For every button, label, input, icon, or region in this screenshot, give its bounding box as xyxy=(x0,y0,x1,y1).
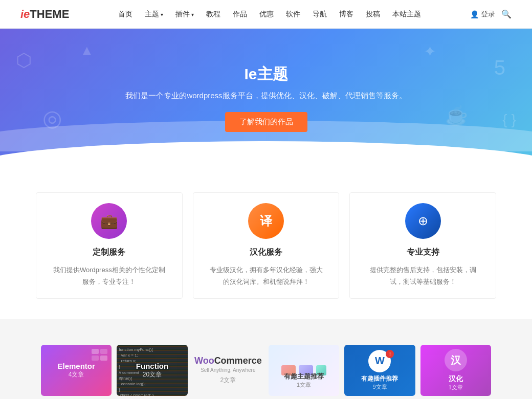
hh-count: 1文章 xyxy=(449,384,463,391)
category-card-yqcj[interactable]: W ! 有趣插件推荐 9文章 xyxy=(344,345,415,396)
hh-char: 汉 xyxy=(451,353,461,367)
nav-discount[interactable]: 优惠 xyxy=(259,10,274,19)
feature-title-translation: 汉化服务 xyxy=(250,247,282,258)
elementor-count: 4文章 xyxy=(69,370,84,379)
deco-php-icon: { } xyxy=(502,112,516,128)
category-card-function[interactable]: function myFunc(){ var x = 1; return x; … xyxy=(117,345,187,396)
yqzt-label: 有趣主题推荐 xyxy=(269,372,339,381)
translate-icon: 译 xyxy=(260,213,272,229)
category-section-wrapper: Elementor 4文章 function myFunc(){ var x =… xyxy=(0,335,532,399)
login-button[interactable]: 👤 登录 xyxy=(470,10,495,19)
yqcj-label: 有趣插件推荐 xyxy=(344,374,415,383)
elementor-label: Elementor xyxy=(57,362,95,370)
spacer xyxy=(0,319,532,335)
deco-triangle-icon: ▲ xyxy=(80,42,94,59)
nav-home[interactable]: 首页 xyxy=(118,10,132,19)
yqcj-count: 9文章 xyxy=(344,383,415,391)
function-label: Function xyxy=(136,362,168,370)
deco-joomla-icon: ✦ xyxy=(424,42,436,60)
hero-cta-button[interactable]: 了解我们的作品 xyxy=(225,112,307,132)
feature-desc-support: 提供完整的售后支持，包括安装，调试，测试等基础服务！ xyxy=(365,264,480,288)
main-nav: 首页 主题 插件 教程 作品 优惠 软件 导航 博客 投稿 本站主题 xyxy=(118,10,421,19)
function-count: 20文章 xyxy=(143,370,162,379)
login-label: 登录 xyxy=(481,10,495,19)
feature-card-translation: 译 汉化服务 专业级汉化，拥有多年汉化经验，强大的汉化词库。和机翻说拜拜！ xyxy=(193,192,340,299)
header-actions: 👤 登录 🔍 xyxy=(470,9,512,19)
category-card-elementor[interactable]: Elementor 4文章 xyxy=(41,345,112,396)
nav-theme[interactable]: 主题 xyxy=(145,10,163,19)
hero-title: Ie主题 xyxy=(244,64,287,85)
category-card-woo[interactable]: WooCommerce Sell Anything, Anywhere 2文章 xyxy=(193,345,263,396)
feature-title-custom: 定制服务 xyxy=(93,247,125,258)
logo-theme: THEME xyxy=(30,8,69,20)
woo-logo: WooCommerce xyxy=(194,356,262,366)
hh-label: 汉化 xyxy=(449,374,463,384)
woo-sub: Sell Anything, Anywhere xyxy=(194,367,262,373)
nav-this-theme[interactable]: 本站主题 xyxy=(392,10,421,19)
feature-title-support: 专业支持 xyxy=(407,247,439,258)
category-section: Elementor 4文章 function myFunc(){ var x =… xyxy=(20,345,512,399)
feature-card-custom: 💼 定制服务 我们提供Wordpress相关的个性化定制服务，专业专注！ xyxy=(36,192,183,299)
feature-desc-translation: 专业级汉化，拥有多年汉化经验，强大的汉化词库。和机翻说拜拜！ xyxy=(209,264,324,288)
support-service-icon: ⊕ xyxy=(405,203,441,239)
category-card-yqzt[interactable]: 有趣主题推荐 1文章 xyxy=(269,345,339,396)
nav-plugin[interactable]: 插件 xyxy=(175,10,194,19)
nav-tutorial[interactable]: 教程 xyxy=(206,10,220,19)
woo-count: 2文章 xyxy=(194,376,262,385)
search-icon[interactable]: 🔍 xyxy=(501,9,512,19)
translation-service-icon: 译 xyxy=(248,203,284,239)
nav-blog[interactable]: 博客 xyxy=(339,10,353,19)
hero-banner: ⬡ ▲ ◎ 5 ✦ ☕ { } Ie主题 我们是一个专业的wordpress服务… xyxy=(0,29,532,167)
deco-java-icon: ☕ xyxy=(445,105,468,126)
deco-5-icon: 5 xyxy=(494,56,505,79)
hero-subtitle: 我们是一个专业的wordpress服务平台，提供优化、汉化、破解、代理销售等服务… xyxy=(125,91,406,101)
feature-card-support: ⊕ 专业支持 提供完整的售后支持，包括安装，调试，测试等基础服务！ xyxy=(349,192,496,299)
custom-service-icon: 💼 xyxy=(91,203,127,239)
nav-submit[interactable]: 投稿 xyxy=(366,10,380,19)
yqzt-count: 1文章 xyxy=(269,381,339,389)
deco-wp-icon: ⬡ xyxy=(16,50,32,71)
features-section: 💼 定制服务 我们提供Wordpress相关的个性化定制服务，专业专注！ 译 汉… xyxy=(0,167,532,319)
support-icon: ⊕ xyxy=(418,214,428,228)
user-icon: 👤 xyxy=(470,10,479,18)
nav-nav[interactable]: 导航 xyxy=(313,10,327,19)
category-card-hh[interactable]: 汉 汉化 1文章 xyxy=(420,345,491,396)
site-logo[interactable]: ieTHEME xyxy=(20,8,69,21)
nav-works[interactable]: 作品 xyxy=(233,10,247,19)
feature-desc-custom: 我们提供Wordpress相关的个性化定制服务，专业专注！ xyxy=(52,264,167,288)
site-header: ieTHEME 首页 主题 插件 教程 作品 优惠 软件 导航 博客 投稿 本站… xyxy=(0,0,532,29)
logo-ie: ie xyxy=(20,8,30,20)
briefcase-icon: 💼 xyxy=(100,213,118,230)
nav-software[interactable]: 软件 xyxy=(286,10,300,19)
